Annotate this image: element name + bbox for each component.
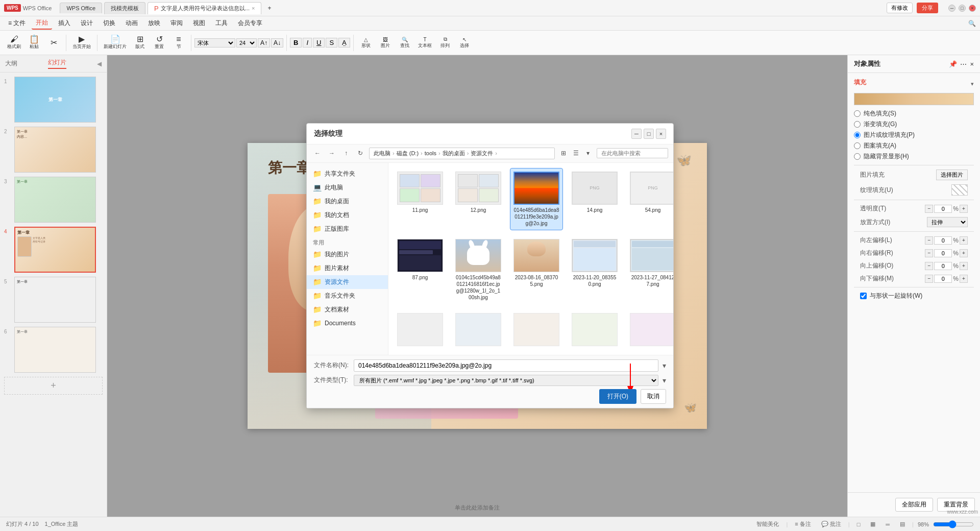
breadcrumb-sep3: ›: [438, 150, 440, 156]
sidebar-item-doc-en[interactable]: 📁 Documents: [307, 317, 388, 330]
filename-input[interactable]: [354, 359, 658, 372]
view-list-toggle[interactable]: ☰: [570, 148, 581, 159]
dialog-footer: 文件名称(N): ▾ 文件类型(T): 所有图片 (*.emf *.wmf *.…: [307, 355, 673, 408]
file-dialog: 选择纹理 ─ □ × ← → ↑ ↻ 此电脑 › 磁盘 (D:) › tool: [306, 123, 674, 408]
breadcrumb-resources[interactable]: 资源文件: [471, 150, 493, 157]
file-thumb-screen1: [572, 239, 618, 272]
sidebar-item-resources[interactable]: 📁 资源文件: [307, 275, 388, 289]
file-name-12: 12.png: [471, 207, 486, 213]
file-item-extra5[interactable]: [626, 309, 673, 350]
file-item-12[interactable]: 12.png: [452, 168, 505, 230]
nav-forward-button[interactable]: →: [326, 148, 337, 159]
filetype-select[interactable]: 所有图片 (*.emf *.wmf *.jpg *.jpeg *.jpe *.p…: [354, 375, 658, 386]
breadcrumb-sep4: ›: [467, 150, 469, 156]
dialog-maximize-button[interactable]: □: [644, 129, 654, 139]
file-thumb-girl1: [513, 239, 559, 272]
file-item-extra1[interactable]: [394, 309, 447, 350]
filetype-label: 文件类型(T):: [314, 376, 350, 384]
this-pc-icon: 💻: [313, 183, 322, 191]
this-pc-label: 此电脑: [325, 183, 343, 192]
file-name-11: 11.png: [412, 207, 428, 213]
file-thumb-12: [455, 172, 501, 205]
file-thumb-extra1: [397, 313, 443, 346]
view-dropdown[interactable]: ▾: [582, 148, 594, 159]
file-thumb-87: [397, 239, 443, 272]
file-item-girl1[interactable]: 2023-08-16_083705.png: [510, 235, 563, 304]
file-item-cat[interactable]: 0104c15cd45b49a80121416816f1ec.jpg@1280w…: [452, 235, 505, 304]
dialog-cancel-button[interactable]: 取消: [641, 389, 666, 404]
sidebar-item-my-pictures[interactable]: 📁 我的图片: [307, 248, 388, 261]
my-pictures-icon: 📁: [313, 250, 322, 258]
dialog-open-button[interactable]: 打开(O): [599, 389, 636, 404]
sidebar-item-gallery[interactable]: 📁 正版图库: [307, 222, 388, 236]
dialog-sidebar: 📁 共享文件夹 💻 此电脑 📁 我的桌面 📁 我的文档: [307, 163, 388, 355]
breadcrumb-desktop[interactable]: 我的桌面: [443, 150, 465, 157]
file-thumb-cat: [455, 239, 501, 272]
file-item-14[interactable]: PNG 14.png: [568, 168, 621, 230]
file-item-extra2[interactable]: [452, 309, 505, 350]
shared-folder-icon: 📁: [313, 170, 322, 178]
sidebar-item-image-material[interactable]: 📁 图片素材: [307, 261, 388, 275]
file-item-54[interactable]: PNG 54.png: [626, 168, 673, 230]
sidebar-item-shared[interactable]: 📁 共享文件夹: [307, 167, 388, 181]
resources-icon: 📁: [313, 278, 322, 286]
file-name-14: 14.png: [587, 207, 603, 213]
gallery-label: 正版图库: [325, 225, 349, 233]
file-name-87: 87.png: [412, 274, 428, 281]
doc-material-label: 文档素材: [325, 305, 349, 314]
sidebar-item-doc-material[interactable]: 📁 文档素材: [307, 303, 388, 317]
sidebar-item-desktop[interactable]: 📁 我的桌面: [307, 195, 388, 208]
file-item-extra4[interactable]: [568, 309, 621, 350]
filetype-dropdown-icon[interactable]: ▾: [663, 376, 666, 384]
file-item-11[interactable]: 11.png: [394, 168, 447, 230]
resources-label: 资源文件: [325, 278, 349, 286]
nav-refresh-button[interactable]: ↻: [355, 148, 366, 159]
file-name-screen2: 2023-11-27_084127.png: [630, 274, 673, 287]
file-thumb-11: [397, 172, 443, 205]
breadcrumb-sep1: ›: [393, 150, 395, 156]
file-thumb-14: PNG: [572, 172, 618, 205]
file-thumb-extra4: [572, 313, 618, 346]
dialog-search-input[interactable]: [597, 148, 668, 158]
view-toggle-buttons: ⊞ ☰ ▾: [558, 148, 594, 159]
file-thumb-screen2: [630, 239, 673, 272]
doc-en-label: Documents: [325, 320, 356, 327]
filename-dropdown-icon[interactable]: ▾: [663, 361, 666, 370]
nav-back-button[interactable]: ←: [312, 148, 323, 159]
common-section-label: 常用: [307, 236, 388, 248]
breadcrumb-sep5: ›: [495, 150, 497, 156]
breadcrumb[interactable]: 此电脑 › 磁盘 (D:) › tools › 我的桌面 › 资源文件 ›: [369, 148, 555, 159]
dialog-titlebar-buttons: ─ □ ×: [631, 129, 666, 139]
file-item-87[interactable]: 87.png: [394, 235, 447, 304]
file-item-screen2[interactable]: 2023-11-27_084127.png: [626, 235, 673, 304]
sidebar-item-this-pc[interactable]: 💻 此电脑: [307, 181, 388, 195]
file-item-screen1[interactable]: 2023-11-20_083550.png: [568, 235, 621, 304]
breadcrumb-tools[interactable]: tools: [425, 150, 436, 156]
image-material-label: 图片素材: [325, 264, 349, 273]
dialog-body: 📁 共享文件夹 💻 此电脑 📁 我的桌面 📁 我的文档: [307, 163, 673, 355]
music-label: 音乐文件夹: [325, 292, 355, 300]
desktop-label: 我的桌面: [325, 197, 349, 206]
breadcrumb-pc[interactable]: 此电脑: [374, 150, 390, 157]
filename-row: 文件名称(N): ▾: [314, 359, 666, 372]
dialog-close-button[interactable]: ×: [656, 129, 666, 139]
file-thumb-extra5: [630, 313, 673, 346]
file-name-54: 54.png: [645, 207, 661, 213]
dialog-minimize-button[interactable]: ─: [631, 129, 642, 139]
documents-icon: 📁: [313, 211, 322, 219]
my-pictures-label: 我的图片: [325, 250, 349, 259]
dialog-titlebar: 选择纹理 ─ □ ×: [307, 124, 673, 144]
desktop-icon: 📁: [313, 197, 322, 205]
nav-up-button[interactable]: ↑: [340, 148, 352, 159]
breadcrumb-disk[interactable]: 磁盘 (D:): [397, 150, 419, 157]
doc-en-icon: 📁: [313, 319, 322, 327]
dialog-backdrop: 选择纹理 ─ □ × ← → ↑ ↻ 此电脑 › 磁盘 (D:) › tool: [0, 0, 980, 531]
file-item-sunset[interactable]: → 014e485d6ba1dea801211f9e3e209a.jpg@2o.…: [510, 168, 563, 230]
dialog-footer-buttons: 打开(O) 取消: [314, 389, 666, 404]
view-grid-toggle[interactable]: ⊞: [558, 148, 569, 159]
file-item-extra3[interactable]: [510, 309, 563, 350]
sidebar-item-music[interactable]: 📁 音乐文件夹: [307, 289, 388, 303]
file-thumb-extra3: [513, 313, 559, 346]
doc-material-icon: 📁: [313, 305, 322, 313]
sidebar-item-documents[interactable]: 📁 我的文档: [307, 208, 388, 222]
